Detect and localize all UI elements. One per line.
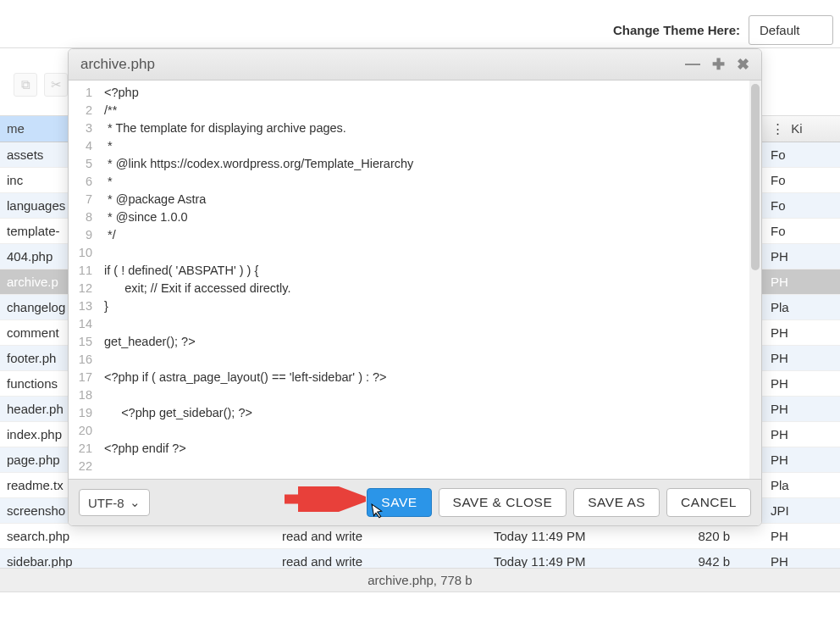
line-gutter: 12345678910111213141516171819202122 [69,81,97,479]
editor-modal: archive.php — ✚ ✖ 1234567891011121314151… [68,48,762,526]
theme-select[interactable]: Default [749,15,833,45]
modal-title: archive.php [80,56,685,73]
chevron-down-icon: ⌄ [130,495,141,510]
code-editor[interactable]: 12345678910111213141516171819202122 <?ph… [69,81,761,479]
theme-label: Change Theme Here: [613,23,740,37]
modal-footer: UTF-8 ⌄ SAVE SAVE & CLOSE SAVE AS CANCEL [69,479,761,525]
file-toolbar: ⧉ ✂ [14,73,68,97]
scrollbar-thumb[interactable] [751,84,760,270]
close-icon[interactable]: ✖ [737,55,749,74]
encoding-select[interactable]: UTF-8 ⌄ [79,489,150,516]
copy-icon[interactable]: ⧉ [14,73,37,97]
table-row[interactable]: search.phpread and writeToday 11:49 PM82… [0,524,840,549]
maximize-icon[interactable]: ✚ [712,55,725,74]
minimize-icon[interactable]: — [685,55,700,74]
scrollbar[interactable] [749,81,761,479]
cut-icon[interactable]: ✂ [44,73,68,97]
theme-bar: Change Theme Here: Default [0,15,840,45]
code-content[interactable]: <?php/** * The template for displaying a… [97,81,749,479]
status-bar: archive.php, 778 b [0,568,840,592]
cancel-button[interactable]: CANCEL [666,488,751,517]
save-as-button[interactable]: SAVE AS [573,488,660,517]
save-close-button[interactable]: SAVE & CLOSE [439,488,567,517]
modal-header: archive.php — ✚ ✖ [69,49,761,81]
save-button[interactable]: SAVE [367,488,431,517]
